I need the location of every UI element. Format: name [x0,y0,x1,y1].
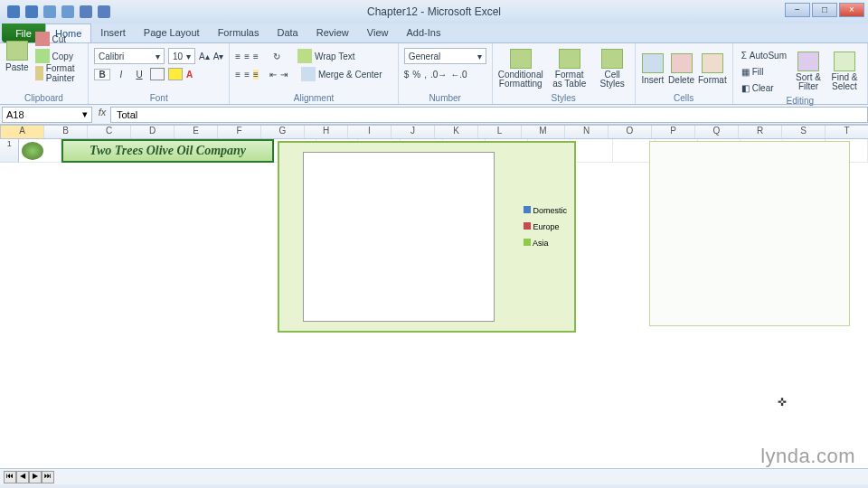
col-header-K[interactable]: K [435,126,478,138]
align-left-icon[interactable]: ≡ [235,70,241,80]
col-header-H[interactable]: H [305,126,348,138]
formula-input[interactable]: Total [110,107,868,123]
format-cells-button[interactable]: Format [698,53,727,85]
cell-styles-button[interactable]: Cell Styles [596,49,629,89]
minimize-button[interactable]: − [785,3,810,17]
col-header-P[interactable]: P [652,126,695,138]
group-cells: Cells [641,93,727,103]
merge-center-button[interactable]: Merge & Center [298,66,385,82]
autosum-button[interactable]: ΣAutoSum [739,47,789,63]
align-right-icon[interactable]: ≡ [253,70,259,80]
col-header-F[interactable]: F [218,126,261,138]
orient-icon[interactable]: ↻ [273,52,280,61]
col-header-A[interactable]: A [1,126,44,138]
underline-button[interactable]: U [132,70,146,80]
company-banner[interactable]: Two Trees Olive Oil Company [61,139,273,163]
percent-icon[interactable]: % [412,70,420,80]
wrap-icon [297,49,312,63]
tab-insert[interactable]: Insert [91,23,135,42]
save-icon[interactable] [25,5,38,18]
col-header-J[interactable]: J [392,126,435,138]
col-header-I[interactable]: I [348,126,392,138]
title-bar: Chapter12 - Microsoft Excel − □ × [0,0,868,23]
clear-button[interactable]: ◧Clear [739,80,789,96]
col-header-B[interactable]: B [44,126,88,138]
col-header-T[interactable]: T [826,126,868,138]
tab-nav-first[interactable]: ⏮ [4,471,16,483]
tab-nav-next[interactable]: ▶ [29,471,42,483]
col-header-R[interactable]: R [739,126,782,138]
font-size-select[interactable]: 10▾ [168,48,195,64]
redo-icon[interactable] [61,5,74,18]
tab-formulas[interactable]: Formulas [209,23,269,42]
tab-review[interactable]: Review [307,23,358,42]
align-bot-icon[interactable]: ≡ [253,52,259,61]
delete-cells-button[interactable]: Delete [668,53,694,85]
indent-inc-icon[interactable]: ⇥ [280,70,288,80]
italic-button[interactable]: I [114,70,128,80]
wrap-text-button[interactable]: Wrap Text [295,48,358,64]
fill-button[interactable]: ▦Fill [739,63,789,80]
cut-button[interactable]: Cut [33,31,84,47]
align-mid-icon[interactable]: ≡ [244,52,250,61]
line-chart-reflection [649,340,850,453]
paste-button[interactable]: Paste [5,41,29,72]
tab-nav-prev[interactable]: ◀ [16,471,29,483]
find-select-button[interactable]: Find & Select [827,47,862,96]
dec-decimal-icon[interactable]: ←.0 [450,70,467,80]
tab-nav-last[interactable]: ⏭ [42,471,54,483]
worksheet[interactable]: ABCDEFGHIJKLMNOPQRST 1Two Trees Olive Oi… [0,125,868,468]
close-button[interactable]: × [839,3,864,17]
cond-format-button[interactable]: Conditional Formatting [498,49,543,89]
status-bar: Ready ▦ ▤ ▧ 100% − + [0,484,868,488]
inc-decimal-icon[interactable]: .0→ [430,70,447,80]
logo-icon [22,142,43,160]
format-table-button[interactable]: Format as Table [547,49,592,89]
comma-icon[interactable]: , [424,70,427,80]
cell[interactable] [571,139,613,163]
fill-icon: ▦ [741,67,750,77]
col-header-M[interactable]: M [522,126,565,138]
qat-icon[interactable] [80,5,92,18]
font-color-button[interactable]: A [186,70,193,80]
tab-data[interactable]: Data [268,23,307,42]
indent-dec-icon[interactable]: ⇤ [269,70,277,80]
col-header-C[interactable]: C [88,126,131,138]
format-painter-button[interactable]: Format Painter [33,65,84,81]
find-icon [834,52,855,71]
row-header[interactable]: 1 [0,139,19,163]
shrink-font-icon[interactable]: A▾ [213,52,224,61]
maximize-button[interactable]: □ [812,3,837,17]
number-format-select[interactable]: General▾ [404,48,486,64]
tab-addins[interactable]: Add-Ins [397,23,449,42]
qat-icon[interactable] [98,5,110,18]
currency-icon[interactable]: $ [404,70,410,80]
tab-page-layout[interactable]: Page Layout [135,23,209,42]
undo-icon[interactable] [43,5,56,18]
font-face-select[interactable]: Calibri▾ [94,48,165,64]
col-header-O[interactable]: O [609,126,652,138]
name-box[interactable]: A18▾ [2,107,92,123]
col-header-S[interactable]: S [782,126,826,138]
bold-button[interactable]: B [94,69,110,80]
stacked-bar-chart[interactable]: Domestic Europe Asia [278,141,576,333]
col-header-N[interactable]: N [565,126,609,138]
col-header-Q[interactable]: Q [695,126,739,138]
tab-view[interactable]: View [358,23,398,42]
col-header-G[interactable]: G [261,126,305,138]
paste-icon [6,41,28,61]
insert-cells-button[interactable]: Insert [641,53,665,85]
fx-button[interactable]: fx [94,107,110,123]
col-header-E[interactable]: E [175,126,218,138]
col-header-L[interactable]: L [478,126,522,138]
align-center-icon[interactable]: ≡ [244,70,250,80]
line-chart[interactable] [649,141,850,326]
sort-filter-button[interactable]: Sort & Filter [791,47,826,96]
col-header-D[interactable]: D [131,126,175,138]
align-top-icon[interactable]: ≡ [235,52,241,61]
copy-button[interactable]: Copy [33,48,84,64]
logo-cell[interactable] [19,139,61,163]
fill-color-button[interactable] [168,68,183,80]
border-button[interactable] [150,68,165,80]
grow-font-icon[interactable]: A▴ [199,52,210,61]
